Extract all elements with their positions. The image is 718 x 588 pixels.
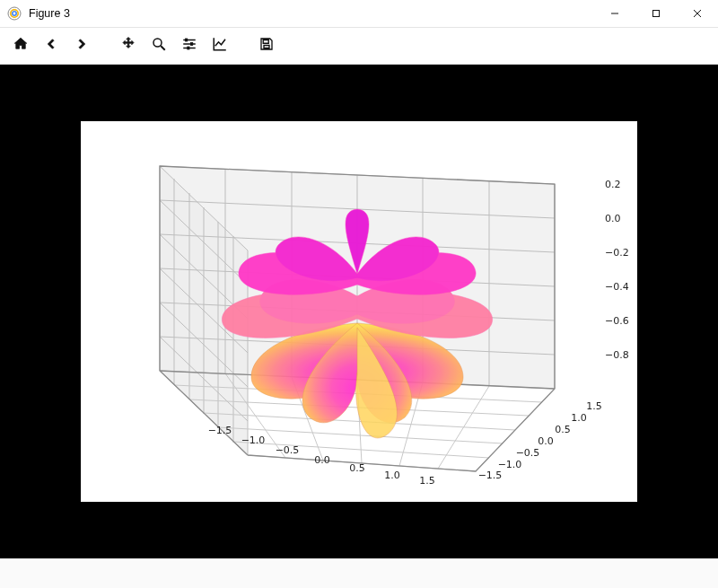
axes3d-frame-icon <box>117 139 601 480</box>
z-tick-label: −0.8 <box>605 349 644 361</box>
z-tick-label: 0.2 <box>605 179 644 190</box>
back-button[interactable] <box>36 31 66 61</box>
z-tick-label: 0.0 <box>605 213 644 224</box>
save-icon <box>258 36 275 56</box>
y-tick-label: −1.0 <box>498 459 522 470</box>
z-tick-label: −0.2 <box>605 247 644 259</box>
window-title: Figure 3 <box>27 7 70 20</box>
window-buttons <box>594 0 718 27</box>
toolbar-separator <box>97 28 113 64</box>
x-tick-label: −1.5 <box>208 425 232 436</box>
x-tick-label: 0.0 <box>314 454 330 466</box>
x-tick-label: −0.5 <box>276 444 300 456</box>
x-tick-label: 1.0 <box>384 470 400 481</box>
x-tick-label: 1.5 <box>419 475 435 487</box>
zoom-icon <box>151 36 167 56</box>
matplotlib-figure[interactable]: 0.2 0.0 −0.2 −0.4 −0.6 −0.8 −1.5 −1.0 −0… <box>81 121 637 502</box>
home-icon <box>13 36 29 56</box>
maximize-button[interactable] <box>635 0 677 27</box>
svg-rect-4 <box>653 11 660 17</box>
y-tick-label: 1.0 <box>571 412 587 424</box>
edit-axis-button[interactable] <box>205 31 235 61</box>
configure-subplots-button[interactable] <box>174 31 205 61</box>
chart-line-icon <box>212 36 228 56</box>
y-tick-label: 1.5 <box>586 400 602 412</box>
matplotlib-toolbar <box>0 28 718 65</box>
forward-button[interactable] <box>66 31 97 61</box>
svg-rect-13 <box>191 43 193 46</box>
y-tick-label: 0.5 <box>555 424 571 435</box>
axes3d[interactable]: 0.2 0.0 −0.2 −0.4 −0.6 −0.8 −1.5 −1.0 −0… <box>117 139 601 480</box>
z-tick-label: −0.6 <box>605 315 644 327</box>
zoom-button[interactable] <box>144 31 174 61</box>
window-titlebar: Figure 3 <box>0 0 718 28</box>
app-icon <box>7 6 22 21</box>
home-button[interactable] <box>5 31 36 61</box>
svg-line-8 <box>161 46 165 50</box>
status-bar <box>0 558 718 588</box>
z-tick-label: −0.4 <box>605 281 644 293</box>
svg-rect-12 <box>186 39 188 41</box>
toolbar-separator <box>235 28 251 64</box>
figure-canvas-area: 0.2 0.0 −0.2 −0.4 −0.6 −0.8 −1.5 −1.0 −0… <box>0 65 718 558</box>
close-button[interactable] <box>677 0 718 27</box>
sliders-icon <box>181 36 197 56</box>
arrow-right-icon <box>74 36 90 56</box>
svg-point-7 <box>153 39 162 47</box>
pan-button[interactable] <box>113 31 144 61</box>
svg-point-2 <box>13 12 16 15</box>
svg-rect-14 <box>188 47 189 49</box>
arrow-left-icon <box>43 36 59 56</box>
y-tick-label: 0.0 <box>538 435 554 447</box>
move-icon <box>120 36 136 56</box>
save-button[interactable] <box>251 31 282 61</box>
y-tick-label: −1.5 <box>478 470 503 481</box>
minimize-button[interactable] <box>594 0 635 27</box>
x-tick-label: 0.5 <box>349 462 365 474</box>
y-tick-label: −0.5 <box>516 447 540 459</box>
x-tick-label: −1.0 <box>241 434 266 446</box>
